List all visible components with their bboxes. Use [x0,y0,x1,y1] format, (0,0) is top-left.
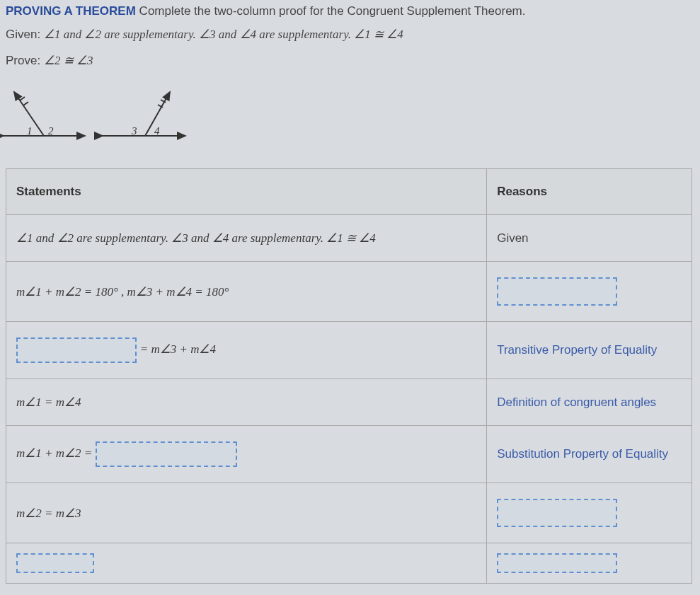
section-title: PROVING A THEOREM [6,4,136,18]
proof-table: Statements Reasons ∠1 and ∠2 are supplem… [6,168,692,584]
section-instruction: Complete the two-column proof for the Co… [139,4,526,18]
reason-5: Substitution Property of Equality [487,426,692,483]
blank-reason-6[interactable] [497,499,617,527]
diagram-label-3: 3 [131,125,137,137]
stmt-6: m∠2 = m∠3 [16,507,81,520]
blank-reason-2[interactable] [497,277,617,306]
given-label: Given: [6,28,40,41]
diagram-label-2: 2 [48,125,54,137]
stmt-3-suffix: = m∠3 + m∠4 [140,342,216,356]
table-row: m∠1 + m∠2 = Substitution Property of Equ… [6,426,692,483]
table-row: = m∠3 + m∠4 Transitive Property of Equal… [6,322,692,379]
stmt-1: ∠1 and ∠2 are supplementary. ∠3 and ∠4 a… [16,231,376,245]
reason-3: Transitive Property of Equality [487,322,692,379]
reason-1: Given [487,215,692,262]
stmt-2: m∠1 + m∠2 = 180° , m∠3 + m∠4 = 180° [16,285,229,299]
table-row [6,543,692,584]
prove-text: ∠2 ≅ ∠3 [44,54,93,67]
stmt-5-prefix: m∠1 + m∠2 = [16,446,96,460]
stmt-4: m∠1 = m∠4 [16,395,81,409]
header-reasons: Reasons [487,169,692,215]
blank-stmt-3[interactable] [16,337,137,363]
angle-diagram: 1 2 3 4 [0,86,700,156]
given-text: ∠1 and ∠2 are supplementary. ∠3 and ∠4 a… [44,28,403,41]
blank-stmt-7[interactable] [16,553,94,573]
reason-4: Definition of congruent angles [487,379,692,426]
svg-line-3 [23,102,28,105]
table-row: ∠1 and ∠2 are supplementary. ∠3 and ∠4 a… [6,215,692,262]
diagram-label-4: 4 [154,125,160,137]
prove-label: Prove: [6,54,40,67]
diagram-label-1: 1 [27,125,33,137]
svg-line-2 [20,97,25,100]
header-statements: Statements [6,169,487,215]
blank-stmt-5[interactable] [96,441,237,467]
blank-reason-7[interactable] [497,553,617,573]
table-row: m∠1 = m∠4 Definition of congruent angles [6,379,692,426]
table-row: m∠1 + m∠2 = 180° , m∠3 + m∠4 = 180° [6,262,692,322]
table-row: m∠2 = m∠3 [6,483,692,543]
